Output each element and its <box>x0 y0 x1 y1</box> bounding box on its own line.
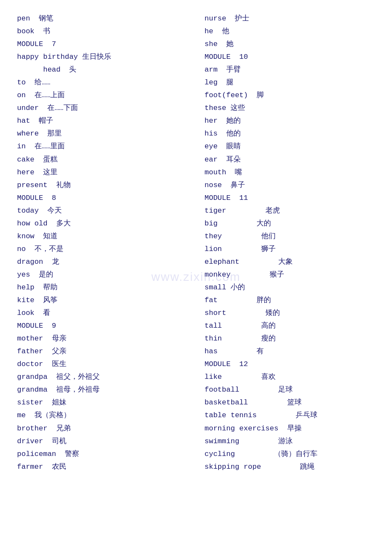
right-column: nurse 护士he 他she 她MODULE 10arm 手臂leg 腿foo… <box>196 13 375 473</box>
vocab-item: these 这些 <box>205 102 375 114</box>
vocab-item: morning exercises 早操 <box>205 423 375 435</box>
vocab-item: fat 胖的 <box>205 294 375 306</box>
vocab-item: small 小的 <box>205 282 375 294</box>
vocab-item: basketball 篮球 <box>205 397 375 409</box>
vocab-item: on 在……上面 <box>17 89 187 101</box>
vocab-item: foot(feet) 脚 <box>205 89 375 101</box>
vocab-item: help 帮助 <box>17 282 187 294</box>
vocab-item: farmer 农民 <box>17 461 187 473</box>
vocab-item: her 她的 <box>205 115 375 127</box>
left-column: pen 钢笔book 书MODULE 7happy birthday 生日快乐 … <box>17 13 196 473</box>
vocab-item: today 今天 <box>17 205 187 217</box>
vocab-item: short 矮的 <box>205 307 375 319</box>
vocab-item: dragon 龙 <box>17 256 187 268</box>
vocab-item: doctor 医生 <box>17 358 187 370</box>
vocab-item: his 他的 <box>205 128 375 140</box>
vocab-item: hat 帽子 <box>17 115 187 127</box>
vocab-item: mother 母亲 <box>17 333 187 345</box>
vocab-item: brother 兄弟 <box>17 423 187 435</box>
vocab-item: driver 司机 <box>17 436 187 447</box>
vocab-item: MODULE 7 <box>17 38 187 50</box>
vocab-item: grandma 祖母，外祖母 <box>17 384 187 396</box>
vocab-item: skipping rope 跳绳 <box>205 461 375 473</box>
vocab-item: lion 狮子 <box>205 243 375 255</box>
vocab-item: tiger 老虎 <box>205 205 375 217</box>
vocab-item: kite 风筝 <box>17 294 187 306</box>
vocab-item: under 在……下面 <box>17 102 187 114</box>
vocab-item: MODULE 12 <box>205 358 375 370</box>
vocab-item: happy birthday 生日快乐 <box>17 51 187 63</box>
vocab-item: football 足球 <box>205 384 375 396</box>
vocab-item: present 礼物 <box>17 179 187 191</box>
vocab-item: how old 多大 <box>17 218 187 230</box>
vocab-item: mouth 嘴 <box>205 167 375 179</box>
vocab-item: where 那里 <box>17 128 187 140</box>
vocab-item: head 头 <box>17 64 187 76</box>
vocab-item: sister 姐妹 <box>17 397 187 409</box>
vocab-item: nurse 护士 <box>205 13 375 25</box>
vocab-item: table tennis 乒乓球 <box>205 410 375 421</box>
vocab-item: big 大的 <box>205 218 375 230</box>
vocab-item: elephant 大象 <box>205 256 375 268</box>
vocab-item: MODULE 9 <box>17 320 187 332</box>
vocab-item: yes 是的 <box>17 269 187 281</box>
vocab-item: in 在……里面 <box>17 141 187 153</box>
vocab-item: no 不，不是 <box>17 243 187 255</box>
vocab-item: arm 手臂 <box>205 64 375 76</box>
vocab-item: nose 鼻子 <box>205 179 375 191</box>
vocab-item: policeman 警察 <box>17 448 187 460</box>
vocab-item: MODULE 11 <box>205 192 375 204</box>
vocab-item: me 我（宾格） <box>17 410 187 421</box>
vocab-item: has 有 <box>205 346 375 358</box>
vocab-item: pen 钢笔 <box>17 13 187 25</box>
vocab-item: tall 高的 <box>205 320 375 332</box>
vocab-item: look 看 <box>17 307 187 319</box>
vocab-item: cycling （骑）自行车 <box>205 448 375 460</box>
vocab-item: MODULE 8 <box>17 192 187 204</box>
vocab-item: they 他们 <box>205 231 375 242</box>
vocab-item: eye 眼睛 <box>205 141 375 153</box>
vocab-item: father 父亲 <box>17 346 187 358</box>
vocab-item: he 他 <box>205 26 375 38</box>
main-content: pen 钢笔book 书MODULE 7happy birthday 生日快乐 … <box>17 13 375 473</box>
vocab-item: like 喜欢 <box>205 371 375 383</box>
vocab-item: thin 瘦的 <box>205 333 375 345</box>
vocab-item: grandpa 祖父，外祖父 <box>17 371 187 383</box>
vocab-item: know 知道 <box>17 231 187 242</box>
vocab-item: book 书 <box>17 26 187 38</box>
vocab-item: to 给…… <box>17 77 187 89</box>
vocab-item: swimming 游泳 <box>205 436 375 447</box>
vocab-item: monkey 猴子 <box>205 269 375 281</box>
vocab-item: here 这里 <box>17 167 187 179</box>
vocab-item: ear 耳朵 <box>205 154 375 166</box>
vocab-item: MODULE 10 <box>205 51 375 63</box>
vocab-item: cake 蛋糕 <box>17 154 187 166</box>
vocab-item: she 她 <box>205 38 375 50</box>
vocab-item: leg 腿 <box>205 77 375 89</box>
